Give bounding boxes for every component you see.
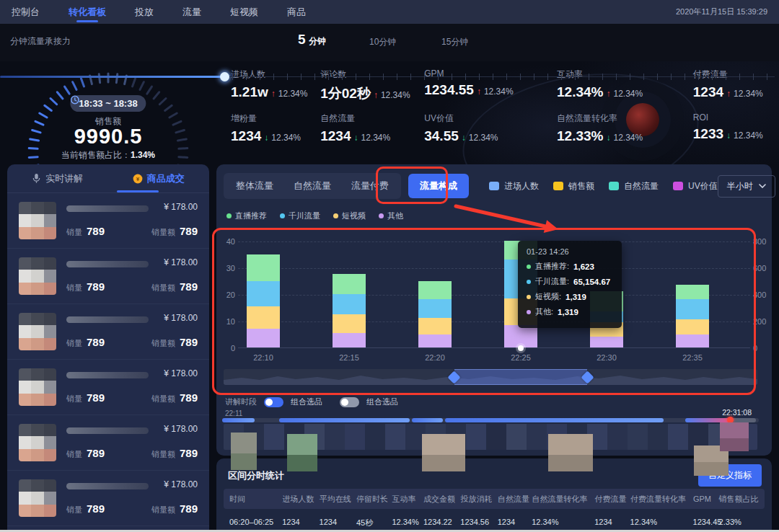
legend-swatch [553,182,563,190]
series-dot [280,213,285,218]
col-header-自然流量: 自然流量 [498,494,532,505]
slider-tick [575,74,576,80]
option-15min[interactable]: 15分钟 [441,36,468,48]
legend-进场人数[interactable]: 进场人数 [489,180,539,192]
tooltip-dot [527,280,531,284]
sales-value: 789 [87,336,105,348]
kpi-评论数: 评论数1分02秒↑12.34% [320,68,424,103]
toggle-combo-pick-1[interactable] [264,397,283,407]
nav-item-转化看板[interactable]: 转化看板 [69,0,106,24]
slider-handle[interactable] [220,72,229,81]
amount-value: 789 [180,502,198,515]
arrow-up-icon: ↑ [374,90,378,100]
stacked-bar-plot [238,241,750,348]
bar-22:35[interactable] [676,285,709,347]
kpi-value: 1.21w [231,84,268,100]
kpi-delta: 12.34% [469,133,498,143]
nav-item-商品[interactable]: 商品 [287,0,306,24]
product-thumbnail [19,368,56,406]
tooltip-value: 1,623 [573,262,594,271]
tab-流量付费[interactable]: 流量付费 [341,175,399,197]
kpi-label: ROI [693,112,779,123]
kpi-互动率: 互动率12.34%↑12.34% [557,68,693,103]
tooltip-dot [527,295,531,299]
bar-segment-千川流量 [676,299,709,319]
legend-自然流量[interactable]: 自然流量 [609,180,659,192]
tab-live-explain[interactable]: 实时讲解 [32,172,83,185]
product-item[interactable]: ¥ 178.00销量789销量额789 [7,415,209,471]
chart-data-zoom[interactable] [224,369,757,385]
col-header-进场人数: 进场人数 [282,494,319,505]
bar-segment-短视频 [418,318,452,334]
stats-table-row: 06:20–06:251234123445秒12.34%1234.221234.… [224,518,765,528]
gauge-time-range: 18:33 ~ 18:38 [79,98,137,109]
product-item[interactable]: ¥ 178.00销量789销量额789 [7,360,209,415]
slider-track-filled[interactable] [0,76,225,78]
cell: 12.34% [392,518,423,528]
nav-item-流量[interactable]: 流量 [182,0,201,24]
product-item[interactable]: ¥ 178.00销量789销量额789 [7,471,209,526]
series-legend-其他[interactable]: 其他 [379,210,403,221]
option-5min[interactable]: 5 分钟 [298,32,326,48]
series-label: 其他 [387,210,403,221]
legend-销售额[interactable]: 销售额 [553,180,594,192]
x-tick: 22:20 [413,353,457,362]
thumbnail-accent-block [422,434,465,471]
product-item[interactable]: ¥ 178.00销量789销量额789 [7,193,209,249]
legend-UV价值[interactable]: UV价值 [673,180,718,192]
svg-text:¥: ¥ [136,176,140,182]
nav-item-投放[interactable]: 投放 [135,0,154,24]
series-label: 短视频 [342,210,366,221]
cell: 1234 [498,518,532,528]
slider-tick [383,74,384,80]
legend-swatch [609,182,619,190]
data-zoom-window[interactable] [454,369,587,385]
slider-tick [465,74,466,80]
product-item[interactable]: ¥ 178.00销量789销量额789 [7,304,209,360]
period-dropdown[interactable]: 半小时 [718,175,775,198]
slider-tick [328,74,329,80]
timeline-progress-bar[interactable] [222,418,759,422]
tooltip-dot [527,310,531,314]
bar-segment-其他 [504,325,537,347]
bar-22:10[interactable] [247,254,280,347]
arrow-down-icon: ↓ [462,133,466,143]
slider-tick [493,74,493,80]
slider-track-rest[interactable] [229,76,775,77]
legend-swatch [673,182,683,190]
tab-自然流量[interactable]: 自然流量 [283,175,341,197]
bar-segment-其他 [247,329,280,347]
slider-tick [342,74,343,80]
series-legend-短视频[interactable]: 短视频 [333,210,366,221]
amount-value: 789 [180,280,198,293]
kpi-label: 进场人数 [231,68,320,81]
toggle-combo-pick-2[interactable] [340,397,359,407]
kpi-value: 34.55 [424,128,459,144]
traffic-chart-panel: 整体流量自然流量流量付费 流量构成 进场人数销售额自然流量UV价值 半小时 直播… [216,164,772,456]
kpi-ROI: ROI1233↓12.34% [693,112,779,144]
nav-item-短视频[interactable]: 短视频 [230,0,258,24]
bar-segment-其他 [676,334,709,348]
slider-tick [397,74,397,80]
slider-tick [452,74,452,80]
chevron-down-icon [759,184,766,188]
bar-22:20[interactable] [418,281,452,347]
series-legend-千川流量[interactable]: 千川流量 [280,210,320,221]
tab-traffic-composition[interactable]: 流量构成 [408,174,469,198]
series-legend-直播推荐[interactable]: 直播推荐 [226,210,267,221]
option-10min[interactable]: 10分钟 [369,36,396,48]
product-price: ¥ 178.00 [164,257,198,267]
nav-item-控制台[interactable]: 控制台 [12,0,40,24]
slider-tick [561,74,562,80]
tab-整体流量[interactable]: 整体流量 [226,175,283,197]
kpi-label: 互动率 [557,68,693,81]
timeline-end-time: 22:31:08 [722,408,752,417]
y-tick-left: 10 [218,317,235,326]
kpi-GPM: GPM1234.55↑12.34% [424,68,557,103]
tab-product-deals[interactable]: ¥ 商品成交 [133,172,185,185]
tooltip-label: 短视频: [535,291,561,302]
product-item[interactable]: ¥ 178.00销量789销量额789 [7,249,209,304]
tab-live-explain-label: 实时讲解 [45,172,83,185]
kpi-delta: 12.34% [484,87,514,97]
bar-22:15[interactable] [333,274,366,347]
